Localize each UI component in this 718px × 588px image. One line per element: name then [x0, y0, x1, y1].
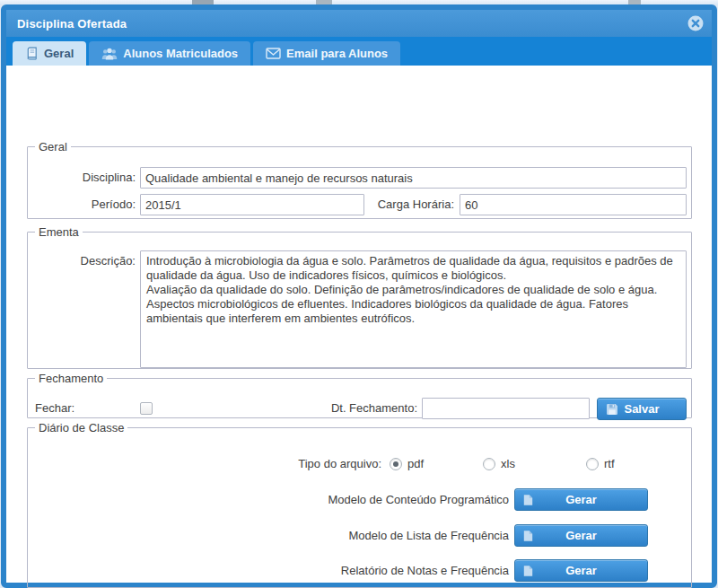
tipo-do-arquivo-label: Tipo do arquivo: [274, 454, 381, 474]
users-icon [101, 48, 118, 60]
relatorio-notas-label: Relatório de Notas e Frequência [231, 561, 509, 581]
gerar-relatorio-button[interactable]: Gerar [514, 559, 648, 582]
fieldset-fechamento-legend: Fechamento [35, 372, 107, 385]
window-title: Disciplina Ofertada [6, 17, 127, 31]
save-icon [606, 403, 618, 416]
dt-fechamento-input[interactable] [422, 398, 590, 419]
salvar-button-label: Salvar [624, 402, 659, 416]
modelo-conteudo-label: Modelo de Conteúdo Programático [231, 490, 509, 510]
fieldset-diario-de-classe: Diário de Classe Tipo do arquivo: pdf xl… [27, 421, 692, 588]
salvar-button[interactable]: Salvar [597, 398, 687, 420]
fieldset-fechamento: Fechamento Fechar: Dt. Fechamento: Salv [27, 372, 692, 418]
tab-panel-geral: Geral Disciplina: Período: Carga Horária… [6, 66, 712, 583]
radio-xls[interactable] [483, 458, 495, 470]
disciplina-label: Disciplina: [28, 168, 136, 188]
file-icon [523, 565, 533, 576]
descricao-label: Descrição: [28, 251, 136, 271]
gerar-button-label: Gerar [565, 529, 597, 542]
close-icon [687, 15, 704, 31]
fieldset-geral-legend: Geral [35, 140, 71, 154]
carga-horaria-label: Carga Horária: [288, 195, 454, 215]
file-icon [523, 494, 533, 505]
fechar-checkbox[interactable] [140, 402, 153, 415]
fechar-label: Fechar: [35, 399, 125, 418]
radio-xls-label[interactable]: xls [501, 458, 515, 470]
radio-pdf-label[interactable]: pdf [407, 458, 424, 470]
tab-label: Alunos Matriculados [123, 47, 238, 60]
gerar-conteudo-button[interactable]: Gerar [514, 488, 648, 511]
fieldset-diario-legend: Diário de Classe [35, 421, 127, 434]
dt-fechamento-label: Dt. Fechamento: [310, 399, 417, 418]
file-icon [523, 530, 533, 541]
tab-label: Email para Alunos [286, 47, 388, 60]
periodo-label: Período: [28, 195, 136, 215]
close-button[interactable] [687, 15, 704, 31]
envelope-icon [266, 48, 281, 59]
gerar-button-label: Gerar [565, 564, 597, 577]
book-icon [25, 47, 39, 60]
radio-rtf[interactable] [586, 458, 599, 470]
modelo-lista-label: Modelo de Lista de Frequência [231, 526, 509, 546]
fieldset-ementa: Ementa Descrição: Introdução à microbiol… [27, 225, 692, 369]
window-titlebar: Disciplina Ofertada [6, 10, 712, 37]
tab-label: Geral [44, 47, 74, 60]
fieldset-ementa-legend: Ementa [35, 225, 83, 239]
gerar-button-label: Gerar [565, 493, 597, 506]
tab-alunos-matriculados[interactable]: Alunos Matriculados [89, 41, 250, 66]
tab-geral[interactable]: Geral [13, 41, 86, 66]
carga-horaria-input[interactable] [460, 194, 687, 215]
fieldset-geral: Geral Disciplina: Período: Carga Horária… [27, 140, 692, 219]
radio-rtf-label[interactable]: rtf [604, 458, 615, 470]
descricao-textarea[interactable]: Introdução à microbiologia da água e sol… [140, 250, 687, 368]
disciplina-ofertada-window: Disciplina Ofertada [1, 4, 717, 588]
radio-pdf[interactable] [390, 458, 402, 470]
tab-email-para-alunos[interactable]: Email para Alunos [253, 41, 400, 66]
tab-bar: Geral Alunos Matriculados [6, 37, 712, 66]
disciplina-input[interactable] [140, 167, 687, 189]
gerar-lista-button[interactable]: Gerar [514, 524, 648, 547]
